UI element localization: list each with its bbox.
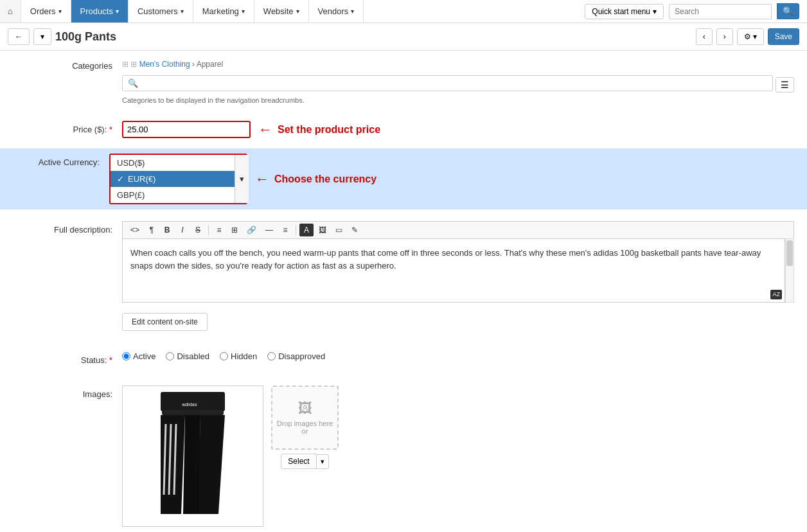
status-active-radio[interactable] bbox=[122, 352, 130, 360]
quick-start-button[interactable]: Quick start menu ▾ bbox=[585, 4, 664, 19]
editor-btn-ul[interactable]: ≡ bbox=[212, 224, 226, 236]
currency-annotation: ← Choose the currency bbox=[255, 171, 377, 188]
category-list-icon-button[interactable]: ☰ bbox=[776, 77, 794, 93]
editor-btn-paragraph[interactable]: ¶ bbox=[145, 224, 159, 236]
categories-row: Categories ⊞ ⊞ Men's Clothing › Apparel … bbox=[13, 57, 794, 104]
nav-vendors-label: Vendors bbox=[318, 6, 349, 16]
nav-website[interactable]: Website ▾ bbox=[254, 0, 309, 22]
currency-option-usd[interactable]: USD($) bbox=[111, 155, 249, 171]
status-disapproved-radio[interactable] bbox=[267, 352, 276, 360]
home-icon: ⌂ bbox=[8, 6, 13, 16]
status-disabled-option[interactable]: Disabled bbox=[166, 351, 209, 361]
editor-btn-widget[interactable]: ▭ bbox=[332, 224, 346, 236]
product-image-thumb[interactable]: adidas bbox=[122, 386, 263, 527]
settings-icon: ⚙ bbox=[744, 32, 751, 41]
nav-marketing[interactable]: Marketing ▾ bbox=[193, 0, 254, 22]
editor-btn-bold[interactable]: B bbox=[160, 224, 174, 236]
save-label: Save bbox=[775, 32, 792, 41]
editor-btn-align[interactable]: ≡ bbox=[278, 224, 292, 236]
category-search-bar: 🔍 bbox=[122, 75, 773, 91]
next-icon: › bbox=[723, 32, 726, 41]
nav-products-label: Products bbox=[80, 6, 113, 16]
back-icon: ← bbox=[15, 32, 22, 41]
editor-btn-font[interactable]: A bbox=[299, 224, 314, 236]
nav-products[interactable]: Products ▾ bbox=[71, 0, 129, 22]
svg-rect-1 bbox=[162, 410, 224, 415]
editor-btn-image[interactable]: 🖼 bbox=[315, 224, 330, 236]
editor-btn-strike[interactable]: S bbox=[191, 224, 205, 236]
nav-products-caret: ▾ bbox=[116, 8, 119, 15]
status-active-option[interactable]: Active bbox=[122, 351, 155, 361]
search-icon: 🔍 bbox=[783, 6, 794, 16]
select-image-label: Select bbox=[288, 457, 309, 466]
currency-option-eur[interactable]: ✓ EUR(€) bbox=[111, 171, 249, 187]
category-breadcrumb: ⊞ ⊞ Men's Clothing › Apparel bbox=[122, 57, 794, 71]
description-section: Full description: <> ¶ B I S ≡ ⊞ 🔗 — ≡ A bbox=[0, 215, 807, 345]
description-editor: <> ¶ B I S ≡ ⊞ 🔗 — ≡ A 🖼 ▭ ✎ bbox=[122, 221, 794, 331]
currency-arrow-icon: ← bbox=[255, 171, 269, 188]
editor-btn-table[interactable]: ⊞ bbox=[227, 224, 242, 236]
quick-start-label: Quick start menu bbox=[592, 7, 650, 16]
svg-text:adidas: adidas bbox=[182, 402, 197, 407]
select-image-caret-button[interactable]: ▾ bbox=[317, 454, 329, 469]
save-button[interactable]: Save bbox=[768, 28, 799, 45]
main-content: Categories ⊞ ⊞ Men's Clothing › Apparel … bbox=[0, 51, 807, 532]
back-button[interactable]: ← bbox=[8, 28, 30, 45]
images-row: Images: bbox=[13, 386, 794, 527]
price-input[interactable] bbox=[122, 121, 251, 138]
home-button[interactable]: ⌂ bbox=[0, 0, 21, 22]
editor-btn-link[interactable]: 🔗 bbox=[243, 224, 260, 236]
price-section: Price ($): * ← Set the product price bbox=[0, 118, 807, 148]
status-options: Active Disabled Hidden Disapproved bbox=[122, 351, 325, 361]
select-image-button[interactable]: Select bbox=[281, 454, 316, 469]
image-drop-zone[interactable]: 🖼 Drop images here or bbox=[271, 386, 339, 450]
categories-content: ⊞ ⊞ Men's Clothing › Apparel 🔍 ☰ Categor… bbox=[122, 57, 794, 104]
images-label: Images: bbox=[13, 386, 122, 399]
nav-website-label: Website bbox=[263, 6, 294, 16]
status-disapproved-option[interactable]: Disapproved bbox=[267, 351, 325, 361]
editor-btn-code[interactable]: <> bbox=[127, 224, 143, 236]
prev-button[interactable]: ‹ bbox=[696, 28, 713, 45]
nav-marketing-caret: ▾ bbox=[242, 8, 245, 15]
edit-content-button[interactable]: Edit content on-site bbox=[122, 313, 208, 331]
currency-dropdown-box: USD($) ✓ EUR(€) GBP(£) ▾ bbox=[109, 154, 247, 204]
settings-caret: ▾ bbox=[753, 32, 757, 41]
price-annotation: ← Set the product price bbox=[258, 121, 380, 138]
select-button-group: Select ▾ bbox=[281, 454, 328, 469]
nav-vendors-caret: ▾ bbox=[351, 8, 354, 15]
nav-vendors[interactable]: Vendors ▾ bbox=[309, 0, 364, 22]
status-hidden-option[interactable]: Hidden bbox=[220, 351, 257, 361]
description-text: When coach calls you off the bench, you … bbox=[130, 247, 777, 272]
search-input[interactable] bbox=[669, 4, 772, 19]
nav-customers[interactable]: Customers ▾ bbox=[129, 0, 193, 22]
status-disabled-radio[interactable] bbox=[166, 352, 174, 360]
status-hidden-radio[interactable] bbox=[220, 352, 228, 360]
currency-dropdown-arrow[interactable]: ▾ bbox=[235, 155, 249, 203]
categories-section: Categories ⊞ ⊞ Men's Clothing › Apparel … bbox=[0, 51, 807, 118]
category-search-input[interactable] bbox=[141, 79, 767, 88]
editor-btn-pencil[interactable]: ✎ bbox=[348, 224, 362, 236]
editor-content[interactable]: When coach calls you off the bench, you … bbox=[122, 238, 785, 303]
category-mens-link[interactable]: Men's Clothing bbox=[139, 60, 190, 69]
nav-orders[interactable]: Orders ▾ bbox=[21, 0, 71, 22]
nav-customers-label: Customers bbox=[137, 6, 178, 16]
next-button[interactable]: › bbox=[716, 28, 733, 45]
toolbar-right: ‹ › ⚙ ▾ Save bbox=[696, 28, 799, 45]
nav-orders-caret: ▾ bbox=[58, 8, 62, 15]
edit-content-area: Edit content on-site bbox=[122, 308, 794, 331]
nav-website-caret: ▾ bbox=[296, 8, 299, 15]
editor-btn-hr[interactable]: — bbox=[262, 224, 277, 236]
editor-wrapper: When coach calls you off the bench, you … bbox=[122, 238, 794, 303]
currency-option-gbp[interactable]: GBP(£) bbox=[111, 187, 249, 203]
status-disapproved-label: Disapproved bbox=[278, 351, 325, 361]
search-small-icon: 🔍 bbox=[128, 78, 138, 88]
back-dropdown-button[interactable]: ▾ bbox=[33, 28, 51, 45]
price-annotation-text: Set the product price bbox=[278, 124, 380, 136]
editor-btn-italic[interactable]: I bbox=[175, 224, 190, 236]
search-button[interactable]: 🔍 bbox=[777, 3, 799, 19]
editor-divider-2 bbox=[296, 225, 296, 235]
price-arrow-icon: ← bbox=[258, 121, 272, 138]
editor-scrollbar[interactable] bbox=[785, 238, 794, 303]
settings-button[interactable]: ⚙ ▾ bbox=[737, 28, 764, 45]
edit-content-label: Edit content on-site bbox=[132, 317, 198, 326]
